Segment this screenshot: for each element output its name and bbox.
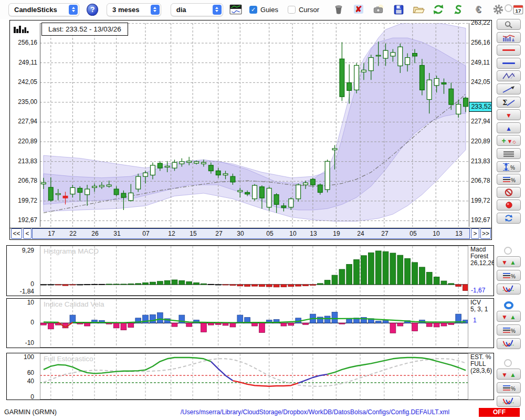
euro-icon: €	[476, 4, 481, 15]
date-tick-label: 07	[142, 230, 149, 237]
date-tick-label: 12	[168, 230, 175, 237]
stochastic-title: Full Estocastico	[44, 355, 93, 363]
signals-arrows-icon: ▼▲	[501, 312, 516, 321]
tool-lines-percent-button[interactable]: %	[497, 174, 521, 185]
tool-add-signal-button[interactable]: +▼◇	[497, 135, 521, 146]
guies-checkbox[interactable]: ✓ Guies	[249, 6, 278, 14]
settings-button[interactable]	[491, 3, 505, 16]
price-tick-label: 220,89	[18, 138, 37, 145]
price-tick-label: 256,16	[18, 39, 37, 46]
euro-button[interactable]: €	[471, 3, 485, 16]
interval-value: dia	[176, 6, 208, 14]
snapshot-icon	[372, 4, 385, 15]
add-signal-icon: +▼◇	[501, 136, 516, 145]
icv-params-label: ICV5, 3, 1	[470, 299, 488, 313]
tool-reload-button[interactable]	[497, 213, 521, 224]
refresh-button[interactable]	[432, 3, 445, 16]
stoch-panel-radio[interactable]	[504, 359, 512, 367]
stochastic-axis: 10060400	[7, 353, 37, 400]
svg-text:17: 17	[515, 8, 521, 14]
guies-label: Guies	[260, 6, 278, 14]
tool-blue-line-button[interactable]	[497, 58, 521, 69]
trash-button[interactable]	[332, 3, 345, 16]
delete-button[interactable]: ✘	[352, 3, 365, 16]
period-select[interactable]: 3 meses	[107, 3, 161, 16]
date-scrollbar[interactable]: 172226310712152730051013192427051013	[32, 228, 470, 239]
levels-icon	[502, 150, 516, 158]
blue-line-icon	[502, 62, 515, 64]
indicator-tick-label: 10	[27, 299, 34, 306]
save-button[interactable]	[392, 3, 405, 16]
symbol-label: GARMIN (GRMN)	[4, 408, 57, 416]
checkbox-checked-icon: ✓	[249, 6, 257, 14]
lines-percent-icon: %	[502, 175, 516, 184]
icv-panel-radio[interactable]	[504, 301, 513, 309]
mini-chart-icon	[229, 4, 242, 15]
date-tick-label: 31	[113, 230, 120, 237]
macd-panel: Histgrama MACD 9,290-1,84 MacdForest26,1…	[6, 245, 494, 296]
svg-text:Σ: Σ	[502, 99, 507, 107]
calendar-button[interactable]: 17	[511, 3, 525, 16]
macd-lines-percent-small-button[interactable]: %	[497, 270, 521, 281]
tool-red-line-button[interactable]	[497, 45, 521, 56]
price-tick-label: 199,72	[471, 197, 490, 204]
curve-icon	[502, 285, 516, 293]
record-icon	[505, 201, 513, 209]
undo-button[interactable]	[452, 3, 465, 16]
trendline-icon	[502, 85, 516, 93]
tool-zigzag-button[interactable]	[497, 70, 521, 81]
indicator-tick-label: -1,84	[20, 288, 34, 295]
tool-sum-trendline-button[interactable]: Σ	[497, 97, 521, 108]
tool-range-percent-button[interactable]: %	[497, 161, 521, 172]
macd-axis: 9,290-1,84	[7, 246, 37, 296]
scroll-next-button[interactable]: >	[471, 228, 479, 239]
last-price-label: Last: 233.52 - 13/03/26	[41, 23, 128, 36]
candlestick-plot[interactable]	[40, 23, 469, 227]
undo-icon	[453, 4, 464, 15]
tool-trendline-button[interactable]	[497, 83, 521, 94]
tool-arrow-up-button[interactable]: ▲	[497, 122, 521, 133]
main-chart-radio[interactable]	[505, 4, 512, 12]
tool-levels-button[interactable]	[497, 148, 521, 159]
stoch-lines-percent-small-button[interactable]: %	[497, 382, 521, 393]
macd-params-label: MacdForest26,12,26	[470, 246, 494, 267]
date-tick-label: 05	[410, 230, 416, 237]
date-tick-label: 10	[433, 230, 439, 237]
icv-signals-arrows-button[interactable]: ▼▲	[497, 311, 521, 322]
range-percent-icon: %	[502, 163, 516, 171]
signals-arrows-icon: ▼▲	[501, 257, 516, 267]
tool-zoom-button[interactable]	[497, 19, 521, 30]
macd-signals-arrows-button[interactable]: ▼▲	[497, 256, 521, 267]
macd-panel-radio[interactable]	[504, 247, 512, 255]
cursor-checkbox[interactable]: Cursor	[288, 6, 319, 14]
stochastic-params-label: EST. %FULL(28,3,6)	[470, 354, 492, 374]
open-folder-button[interactable]	[412, 3, 425, 16]
tool-arrow-down-button[interactable]: ▼	[497, 109, 521, 120]
stochastic-plot[interactable]	[40, 353, 468, 400]
tool-indicators-button[interactable]	[497, 32, 521, 43]
macd-curve-button[interactable]	[497, 284, 521, 295]
icv-curve-button[interactable]	[497, 338, 521, 349]
chart-type-select[interactable]: CandleSticks	[8, 3, 79, 16]
signals-arrows-icon: ▼▲	[501, 370, 516, 379]
off-toggle[interactable]: OFF	[479, 408, 520, 417]
stoch-signals-arrows-button[interactable]: ▼▲	[497, 369, 521, 380]
interval-select[interactable]: dia	[171, 3, 223, 16]
scroll-last-button[interactable]: >>	[480, 228, 491, 239]
tool-record-button[interactable]	[497, 200, 521, 211]
chart-config-button[interactable]	[229, 3, 242, 16]
lines-percent-small-icon: %	[502, 326, 516, 334]
icv-lines-percent-small-button[interactable]: %	[497, 324, 521, 335]
scroll-first-button[interactable]: <<	[11, 228, 22, 239]
red-line-icon	[502, 49, 515, 51]
snapshot-button[interactable]	[372, 3, 385, 16]
scroll-prev-button[interactable]: <	[23, 228, 32, 239]
macd-plot[interactable]	[40, 246, 468, 296]
tool-block-button[interactable]	[497, 187, 521, 198]
indicator-tick-label: 40	[27, 377, 34, 385]
price-tick-label: 249,11	[18, 59, 37, 66]
help-button[interactable]: ?	[87, 4, 98, 16]
date-tick-label: 24	[357, 230, 364, 237]
indicator-tick-label: 0	[30, 280, 34, 288]
date-tick-label: 22	[69, 230, 76, 237]
